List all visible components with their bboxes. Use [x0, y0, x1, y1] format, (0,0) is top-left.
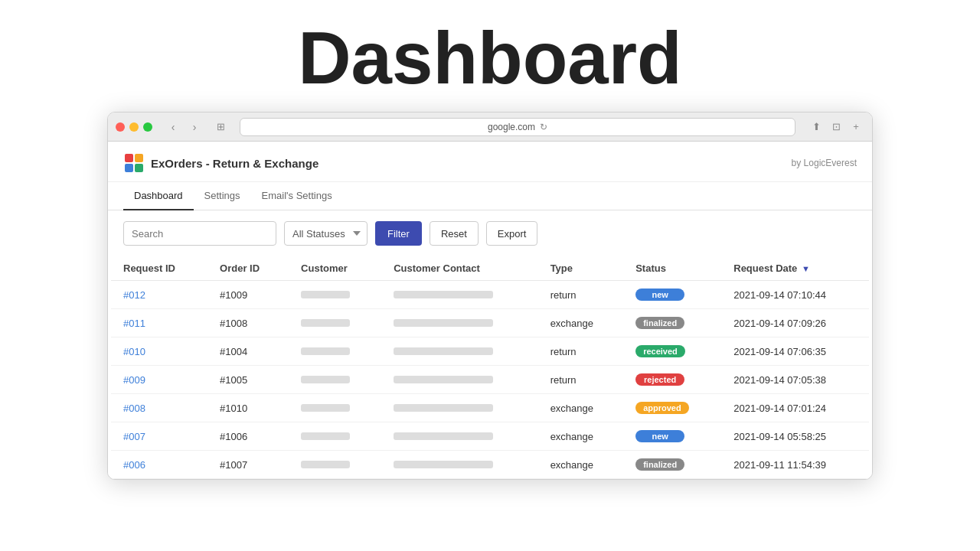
cell-request-id[interactable]: #006: [111, 451, 207, 479]
cell-date: 2021-09-14 07:09:26: [721, 309, 869, 337]
table-row: #009 #1005 return rejected 2021-09-14 07…: [111, 366, 869, 394]
forward-button[interactable]: ›: [185, 119, 204, 135]
cell-order-id: #1005: [207, 366, 289, 394]
col-status[interactable]: Status: [623, 256, 721, 281]
search-input[interactable]: [123, 221, 276, 246]
cell-customer: [289, 309, 381, 337]
status-badge: finalized: [635, 317, 684, 329]
more-icon[interactable]: +: [848, 119, 864, 135]
share-icon[interactable]: ⬆: [808, 119, 825, 135]
cell-status: new: [623, 422, 721, 451]
customer-placeholder: [301, 291, 350, 298]
col-customer-contact[interactable]: Customer Contact: [381, 256, 537, 281]
browser-actions: ⬆ ⊡ +: [808, 119, 864, 135]
cell-customer: [289, 422, 381, 451]
tab-emails-settings[interactable]: Email's Settings: [251, 182, 343, 210]
status-badge: finalized: [635, 458, 684, 471]
cell-request-id[interactable]: #007: [111, 422, 207, 451]
svg-rect-2: [125, 164, 133, 172]
tab-settings[interactable]: Settings: [194, 182, 251, 210]
cell-order-id: #1009: [207, 281, 289, 309]
cell-date: 2021-09-14 07:01:24: [721, 394, 869, 422]
cell-customer-contact: [381, 281, 537, 309]
traffic-light-green[interactable]: [143, 122, 152, 132]
cell-type: exchange: [538, 394, 624, 422]
request-id-link[interactable]: #008: [123, 403, 145, 414]
cell-type: exchange: [538, 309, 624, 337]
cell-customer: [289, 366, 381, 394]
cell-customer-contact: [381, 451, 537, 479]
status-badge: rejected: [635, 373, 684, 386]
cell-order-id: #1004: [207, 337, 289, 366]
bookmark-icon[interactable]: ⊡: [828, 119, 844, 135]
table-row: #006 #1007 exchange finalized 2021-09-11…: [111, 451, 869, 479]
table-row: #008 #1010 exchange approved 2021-09-14 …: [111, 394, 869, 422]
request-id-link[interactable]: #009: [123, 374, 145, 386]
col-request-date[interactable]: Request Date ▼: [721, 256, 869, 281]
page-title: Dashboard: [0, 21, 980, 95]
cell-date: 2021-09-11 11:54:39: [721, 451, 869, 479]
export-button[interactable]: Export: [486, 221, 538, 246]
app-content: ExOrders - Return & Exchange by LogicEve…: [108, 142, 872, 479]
cell-customer-contact: [381, 337, 537, 366]
contact-placeholder: [394, 432, 493, 440]
table-wrapper: Request ID Order ID Customer Customer Co…: [108, 256, 872, 479]
svg-rect-3: [135, 164, 143, 172]
cell-date: 2021-09-14 05:58:25: [721, 422, 869, 451]
cell-request-id[interactable]: #009: [111, 366, 207, 394]
customer-placeholder: [301, 432, 350, 440]
request-id-link[interactable]: #011: [123, 318, 145, 329]
customer-placeholder: [301, 347, 350, 355]
refresh-icon[interactable]: ↻: [540, 122, 547, 132]
contact-placeholder: [394, 347, 493, 355]
table-row: #011 #1008 exchange finalized 2021-09-14…: [111, 309, 869, 337]
cell-status: finalized: [623, 309, 721, 337]
filter-button[interactable]: Filter: [375, 221, 422, 246]
tabs-button[interactable]: ⊞: [211, 119, 230, 135]
cell-status: rejected: [623, 366, 721, 394]
cell-status: new: [623, 281, 721, 309]
url-text: google.com: [488, 122, 535, 132]
request-id-link[interactable]: #006: [123, 459, 145, 471]
cell-customer: [289, 394, 381, 422]
cell-customer: [289, 451, 381, 479]
contact-placeholder: [394, 319, 493, 327]
cell-date: 2021-09-14 07:06:35: [721, 337, 869, 366]
cell-request-id[interactable]: #012: [111, 281, 207, 309]
traffic-lights: [116, 122, 152, 132]
request-id-link[interactable]: #010: [123, 346, 145, 357]
cell-type: return: [538, 366, 624, 394]
status-select[interactable]: All Statuses new finalized received reje…: [284, 221, 368, 246]
cell-type: exchange: [538, 451, 624, 479]
col-request-id[interactable]: Request ID: [111, 256, 207, 281]
reset-button[interactable]: Reset: [430, 221, 479, 246]
cell-order-id: #1010: [207, 394, 289, 422]
request-id-link[interactable]: #007: [123, 431, 145, 442]
traffic-light-red[interactable]: [116, 122, 125, 132]
tab-dashboard[interactable]: Dashboard: [123, 182, 194, 210]
cell-request-id[interactable]: #008: [111, 394, 207, 422]
traffic-light-yellow[interactable]: [129, 122, 139, 132]
cell-type: return: [538, 281, 624, 309]
col-type[interactable]: Type: [538, 256, 624, 281]
back-button[interactable]: ‹: [163, 119, 183, 135]
customer-placeholder: [301, 461, 350, 468]
customer-placeholder: [301, 404, 350, 412]
request-id-link[interactable]: #012: [123, 289, 145, 301]
cell-request-id[interactable]: #010: [111, 337, 207, 366]
address-bar[interactable]: google.com ↻: [240, 118, 795, 136]
table-row: #012 #1009 return new 2021-09-14 07:10:4…: [111, 281, 869, 309]
contact-placeholder: [394, 291, 493, 298]
app-name: ExOrders - Return & Exchange: [151, 157, 318, 170]
cell-request-id[interactable]: #011: [111, 309, 207, 337]
table-row: #010 #1004 return received 2021-09-14 07…: [111, 337, 869, 366]
col-customer[interactable]: Customer: [289, 256, 381, 281]
col-order-id[interactable]: Order ID: [207, 256, 289, 281]
cell-customer-contact: [381, 422, 537, 451]
app-header: ExOrders - Return & Exchange by LogicEve…: [108, 142, 872, 182]
contact-placeholder: [394, 376, 493, 383]
cell-type: exchange: [538, 422, 624, 451]
table-row: #007 #1006 exchange new 2021-09-14 05:58…: [111, 422, 869, 451]
contact-placeholder: [394, 404, 493, 412]
cell-order-id: #1007: [207, 451, 289, 479]
